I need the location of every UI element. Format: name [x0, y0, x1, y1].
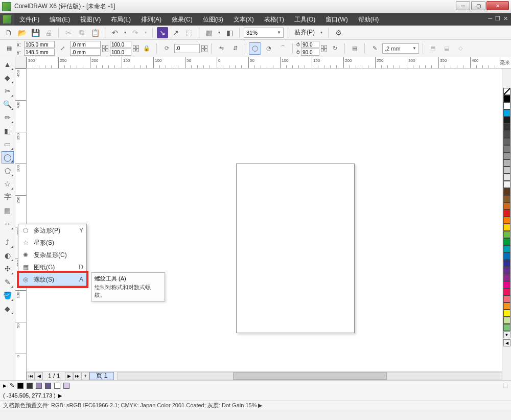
eyedropper-tool[interactable]: ✣: [2, 263, 14, 275]
canvas-area[interactable]: 毫米 3002502001501005005010015020025030035…: [15, 57, 511, 380]
menu-tools[interactable]: 工具(O): [289, 13, 320, 26]
color-swatch[interactable]: [503, 145, 510, 152]
ruler-horizontal[interactable]: 毫米 3002502001501005005010015020025030035…: [27, 57, 511, 68]
app-launcher-dropdown[interactable]: ▾: [217, 27, 222, 38]
color-swatch[interactable]: [503, 238, 510, 245]
scale-y-input[interactable]: [110, 49, 131, 56]
scrollbar-horizontal[interactable]: [117, 372, 503, 380]
crop-tool[interactable]: ✂: [2, 85, 14, 97]
color-swatch[interactable]: [503, 224, 510, 231]
undo-button[interactable]: ↶: [109, 27, 121, 38]
mdi-minimize[interactable]: ─: [488, 15, 492, 22]
height-input[interactable]: [70, 49, 101, 56]
first-page-button[interactable]: ⏮: [27, 372, 35, 380]
mini-swatch[interactable]: [36, 383, 42, 389]
connector-tool[interactable]: ⤴: [2, 236, 14, 248]
table-tool[interactable]: ▦: [2, 204, 14, 217]
redo-button[interactable]: ↷: [130, 27, 141, 38]
pie-button[interactable]: ◔: [263, 42, 275, 55]
color-swatch[interactable]: [503, 295, 510, 302]
maximize-button[interactable]: ▢: [471, 1, 485, 10]
flyout-graph-paper[interactable]: ▦图纸(G)D: [18, 261, 86, 273]
color-swatch[interactable]: [503, 317, 510, 324]
no-color-swatch[interactable]: [503, 88, 510, 95]
wrap-text-button[interactable]: ▤: [349, 42, 361, 55]
undo-dropdown[interactable]: ▾: [123, 27, 128, 38]
outline-tool[interactable]: ✎: [2, 276, 14, 288]
edit-icon[interactable]: ✎: [10, 382, 14, 389]
app-menu-icon[interactable]: [0, 13, 14, 26]
scale-spinner[interactable]: ▲▼: [133, 45, 139, 52]
color-swatch[interactable]: [503, 209, 510, 217]
menu-bitmap[interactable]: 位图(B): [198, 13, 228, 26]
color-swatch[interactable]: [503, 252, 510, 260]
dimension-tool[interactable]: ↔: [2, 218, 14, 230]
shape-tool[interactable]: ◆: [2, 72, 14, 84]
ellipse-button[interactable]: ◯: [249, 42, 261, 55]
color-swatch[interactable]: [503, 217, 510, 224]
palette-flyout-button[interactable]: ◀: [503, 339, 510, 346]
menu-effects[interactable]: 效果(C): [167, 13, 198, 26]
color-swatch[interactable]: [503, 116, 510, 124]
add-page-button[interactable]: +: [81, 372, 89, 380]
mini-swatch[interactable]: [45, 383, 51, 389]
freehand-tool[interactable]: ✏: [2, 111, 14, 124]
to-front-button[interactable]: ⬒: [427, 42, 439, 55]
size-spinner[interactable]: ▲▼: [102, 45, 108, 52]
canvas[interactable]: [27, 68, 511, 369]
interactive-fill-tool[interactable]: ◆: [2, 302, 14, 315]
rot-spinner[interactable]: ▲▼: [201, 45, 207, 52]
menu-edit[interactable]: 编辑(E): [44, 13, 75, 26]
menu-file[interactable]: 文件(F): [14, 13, 44, 26]
ellipse-tool[interactable]: ◯: [2, 151, 14, 164]
color-swatch[interactable]: [503, 324, 510, 331]
polygon-tool[interactable]: ⬠: [2, 165, 14, 177]
mini-swatch[interactable]: [17, 383, 24, 389]
color-swatch[interactable]: [503, 95, 510, 102]
color-swatch[interactable]: [503, 310, 510, 317]
mini-swatch[interactable]: [63, 383, 69, 389]
open-button[interactable]: 📂: [16, 27, 28, 38]
angle-spinner[interactable]: ▲▼: [321, 45, 327, 52]
menu-window[interactable]: 窗口(W): [320, 13, 353, 26]
print-button[interactable]: 🖨: [43, 27, 54, 38]
new-button[interactable]: 🗋: [3, 27, 14, 38]
color-swatch[interactable]: [503, 274, 510, 281]
last-page-button[interactable]: ⏭: [73, 372, 81, 380]
color-swatch[interactable]: [503, 288, 510, 295]
redo-dropdown[interactable]: ▾: [143, 27, 148, 38]
options-button[interactable]: ⚙: [333, 27, 344, 38]
mirror-v-button[interactable]: ⇵: [229, 42, 241, 55]
color-swatch[interactable]: [503, 174, 510, 181]
page-tab[interactable]: 页 1: [89, 372, 114, 380]
next-page-button[interactable]: ▶: [65, 372, 73, 380]
menu-layout[interactable]: 布局(L): [106, 13, 136, 26]
to-back-button[interactable]: ⬓: [440, 42, 453, 55]
menu-text[interactable]: 文本(X): [228, 13, 259, 26]
y-input[interactable]: [24, 49, 55, 56]
color-swatch[interactable]: [503, 131, 510, 138]
arc-button[interactable]: ⌒: [276, 42, 289, 55]
color-swatch[interactable]: [503, 260, 510, 267]
color-swatch[interactable]: [503, 181, 510, 188]
menu-arrange[interactable]: 排列(A): [136, 13, 167, 26]
save-button[interactable]: 💾: [30, 27, 41, 38]
snap-label[interactable]: 贴齐(P): [292, 28, 317, 37]
rotation-input[interactable]: [174, 44, 200, 53]
zoom-tool[interactable]: 🔍: [2, 98, 14, 110]
color-swatch[interactable]: [503, 281, 510, 288]
mdi-restore[interactable]: ❐: [495, 15, 500, 22]
color-swatch[interactable]: [503, 302, 510, 310]
close-button[interactable]: ✕: [486, 1, 509, 10]
flyout-star[interactable]: ☆星形(S): [18, 237, 86, 249]
color-swatch[interactable]: [503, 231, 510, 238]
publish-button[interactable]: ⬚: [183, 27, 195, 38]
color-swatch[interactable]: [503, 138, 510, 145]
interactive-tool[interactable]: ◐: [2, 249, 14, 262]
snap-dropdown[interactable]: ▾: [319, 27, 324, 38]
color-swatch[interactable]: [503, 245, 510, 252]
zoom-combo[interactable]: 31%▼: [244, 28, 284, 38]
convert-curves-button[interactable]: ◇: [454, 42, 467, 55]
export-button[interactable]: ↗: [170, 27, 181, 38]
direction-button[interactable]: ↻: [329, 42, 341, 55]
